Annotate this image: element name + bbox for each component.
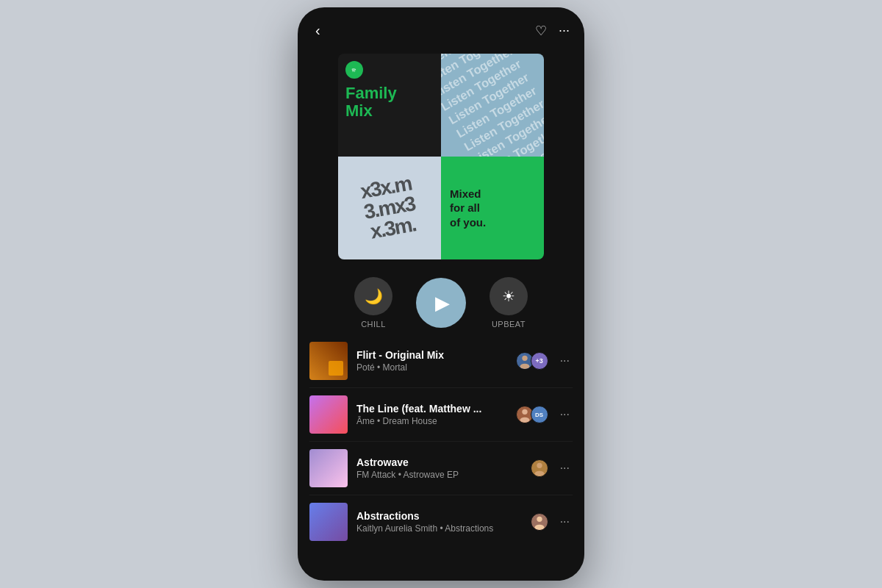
track-more-button[interactable]: ··· (557, 515, 573, 528)
upbeat-label: UPBEAT (492, 320, 526, 329)
art-pattern-text: x3x.m3.mx3x.3m. (359, 173, 420, 243)
track-item[interactable]: Abstractions Kaitlyn Aurelia Smith • Abs… (309, 495, 573, 548)
album-subtitle: Mixed for all of you. (450, 187, 486, 230)
track-item[interactable]: The Line (feat. Matthew ... Âme • Dream … (309, 388, 573, 442)
listener-avatars: DS (516, 406, 548, 423)
svg-point-5 (537, 463, 542, 468)
track-info: Flirt - Original Mix Poté • Mortal (356, 349, 507, 373)
chill-mode-button[interactable]: 🌙 CHILL (354, 277, 392, 329)
track-thumbnail (309, 342, 348, 380)
art-bottom-right: Mixed for all of you. (441, 157, 544, 259)
track-actions: DS ··· (516, 406, 573, 423)
avatar-count-badge: +3 (531, 352, 548, 370)
track-actions: ··· (531, 513, 573, 531)
chill-label: CHILL (361, 320, 386, 329)
album-title: FamilyMix (345, 85, 434, 120)
track-title: Flirt - Original Mix (356, 349, 507, 361)
track-more-button[interactable]: ··· (557, 408, 573, 421)
play-icon: ▶ (435, 292, 450, 315)
track-info: The Line (feat. Matthew ... Âme • Dream … (356, 403, 507, 426)
svg-point-6 (534, 471, 544, 476)
back-button[interactable]: ‹ (312, 19, 323, 42)
track-title: Abstractions (356, 510, 522, 522)
avatar (531, 513, 548, 531)
album-art: FamilyMix Listen Together Listen Togethe… (338, 54, 544, 259)
track-thumbnail (309, 503, 348, 541)
track-item[interactable]: Astrowave FM Attack • Astrowave EP ··· (309, 442, 573, 495)
track-title: The Line (feat. Matthew ... (356, 403, 507, 415)
svg-point-1 (522, 356, 527, 361)
track-actions: ··· (531, 459, 573, 477)
svg-point-3 (522, 409, 527, 415)
play-button[interactable]: ▶ (416, 278, 466, 328)
listener-avatars (531, 513, 548, 531)
track-artist: Poté • Mortal (356, 362, 507, 373)
top-actions: ♡ ··· (535, 23, 570, 39)
more-options-button[interactable]: ··· (559, 23, 570, 38)
listener-avatars: +3 (516, 352, 548, 370)
like-button[interactable]: ♡ (535, 23, 547, 39)
upbeat-icon: ☀ (490, 277, 528, 315)
track-thumbnail (309, 449, 348, 487)
track-title: Astrowave (356, 456, 522, 468)
svg-point-0 (350, 65, 359, 74)
svg-point-4 (520, 417, 529, 423)
listener-avatars (531, 459, 548, 477)
track-more-button[interactable]: ··· (557, 462, 573, 475)
track-more-button[interactable]: ··· (557, 354, 573, 368)
phone-frame: ‹ ♡ ··· FamilyMix Listen Toget (298, 7, 584, 581)
track-list: Flirt - Original Mix Poté • Mortal +3 ··… (298, 334, 584, 581)
avatar (531, 459, 548, 477)
upbeat-mode-button[interactable]: ☀ UPBEAT (490, 277, 528, 329)
svg-point-7 (537, 517, 542, 522)
track-info: Astrowave FM Attack • Astrowave EP (356, 456, 522, 480)
track-artist: FM Attack • Astrowave EP (356, 470, 522, 480)
track-artist: Kaitlyn Aurelia Smith • Abstractions (356, 523, 522, 534)
listen-together-pattern: Listen Together Listen Together Listen T… (441, 54, 544, 157)
track-thumbnail (309, 395, 348, 434)
track-actions: +3 ··· (516, 352, 573, 370)
playback-controls: 🌙 CHILL ▶ ☀ UPBEAT (298, 277, 584, 329)
avatar-ds-badge: DS (531, 406, 548, 423)
spotify-logo-icon (345, 61, 363, 79)
svg-point-8 (534, 525, 544, 530)
track-info: Abstractions Kaitlyn Aurelia Smith • Abs… (356, 510, 522, 534)
art-bottom-left: x3x.m3.mx3x.3m. (338, 157, 441, 259)
art-top-left: FamilyMix (338, 54, 441, 157)
track-item[interactable]: Flirt - Original Mix Poté • Mortal +3 ··… (309, 334, 573, 388)
art-top-right: Listen Together Listen Together Listen T… (441, 54, 544, 157)
chill-icon: 🌙 (354, 277, 392, 315)
track-artist: Âme • Dream House (356, 416, 507, 426)
svg-point-2 (520, 364, 529, 369)
top-bar: ‹ ♡ ··· (298, 7, 584, 48)
